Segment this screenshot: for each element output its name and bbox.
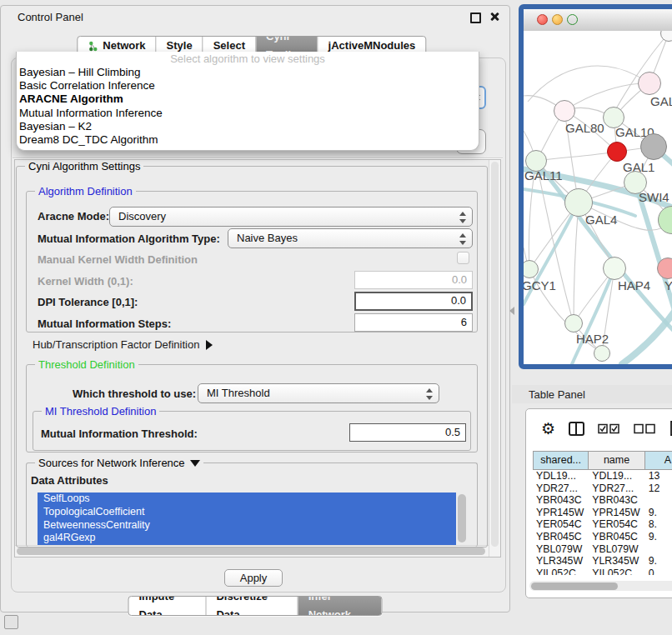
attribute-item-gal4rgexp[interactable]: gal4RGexp — [38, 532, 456, 545]
table-cell: YBR043C — [589, 494, 644, 507]
collapse-arrow-icon[interactable] — [190, 460, 200, 467]
table-cell: YLR345W — [533, 555, 589, 568]
table-horizontal-scrollbar[interactable] — [529, 581, 672, 591]
deselect-all-columns-icon[interactable] — [634, 423, 656, 434]
table-cell: YDR27... — [533, 482, 589, 495]
node-gal80[interactable] — [554, 100, 575, 122]
dpi-tolerance-label: DPI Tolerance [0,1]: — [38, 296, 138, 308]
node-gray[interactable] — [640, 133, 667, 160]
node-gcy1[interactable] — [524, 260, 539, 278]
split-columns-icon[interactable] — [569, 422, 584, 436]
table-cell: YDL19... — [533, 470, 589, 482]
dropdown-item-bayesian-hill-climbing[interactable]: Bayesian – Hill Climbing — [17, 66, 479, 79]
node-gal-pink[interactable] — [638, 72, 661, 95]
mi-steps-field[interactable]: 6 — [354, 313, 473, 332]
which-threshold-select[interactable]: MI Threshold — [198, 383, 439, 403]
aracne-mode-value: Discovery — [118, 210, 166, 222]
hub-definition-section[interactable]: Hub/Transcription Factor Definition — [33, 338, 213, 351]
node-top[interactable] — [660, 31, 672, 42]
table-cell: YLR345W — [589, 555, 644, 568]
gear-icon[interactable]: ⚙ — [541, 421, 555, 437]
table-row[interactable]: YIL052CYIL052C0. — [533, 568, 672, 575]
bottom-tabs: Impute DataDiscretize DataInfer Network — [128, 596, 383, 616]
network-window-titlebar[interactable] — [524, 9, 672, 32]
manual-kernel-label: Manual Kernel Width Definition — [38, 253, 198, 266]
vertical-scrollbar[interactable] — [489, 160, 500, 557]
spinner-arrows-icon — [459, 232, 465, 246]
select-all-columns-icon[interactable] — [598, 423, 620, 434]
dropdown-item-bayesian-k2[interactable]: Bayesian – K2 — [17, 120, 479, 133]
attribute-item-selfloops[interactable]: SelfLoops — [38, 492, 456, 506]
aracne-mode-label: Aracne Mode: — [38, 210, 109, 222]
node-gal4-label: GAL4 — [585, 212, 617, 227]
tab-impute-data[interactable]: Impute Data — [129, 597, 206, 615]
dpi-tolerance-field[interactable]: 0.0 — [354, 292, 473, 311]
which-threshold-label: Which threshold to use: — [73, 388, 196, 400]
dropdown-prompt: Select algorithm to view settings — [17, 52, 479, 66]
node-gcy1-label: GCY1 — [524, 278, 556, 292]
table-rows: YDL19...YDL19...13YDR27...YDR27...12YBR0… — [533, 470, 672, 575]
mi-steps-label: Mutual Information Steps: — [38, 318, 171, 330]
node-green-right[interactable] — [658, 206, 672, 234]
expand-arrow-icon[interactable] — [206, 340, 213, 350]
kernel-width-label: Kernel Width (0,1): — [38, 275, 133, 288]
mi-threshold-field[interactable]: 0.5 — [349, 423, 466, 442]
manual-kernel-checkbox[interactable] — [457, 252, 469, 264]
threshold-definition-title: Threshold Definition — [35, 358, 138, 371]
spinner-arrows-icon — [459, 211, 465, 224]
table-row[interactable]: YBR045CYBR045C9. — [533, 531, 672, 543]
dropdown-item-dream8-dc-tdc-algorithm[interactable]: Dream8 DC_TDC Algorithm — [17, 133, 479, 147]
table-cell: YPR145W — [533, 507, 589, 519]
node-gal1[interactable] — [607, 142, 627, 162]
table-row[interactable]: YDR27...YDR27...12 — [533, 482, 672, 495]
attribute-item-betweennesscentrality[interactable]: BetweennessCentrality — [38, 519, 456, 532]
table-cell: YBL079W — [533, 543, 589, 556]
column-header-name[interactable]: name — [589, 451, 644, 470]
node-hap2[interactable] — [564, 314, 583, 332]
minimize-window-icon[interactable] — [552, 14, 563, 25]
float-window-icon[interactable] — [470, 12, 481, 23]
attributes-list-scrollbar[interactable] — [458, 494, 466, 542]
network-icon — [88, 41, 98, 52]
sources-group-label: Sources for Network Inference — [38, 457, 185, 469]
node-salmon[interactable] — [657, 258, 672, 279]
table-cell: 8. — [645, 518, 672, 531]
control-panel-window: Control Panel NetworkStyleSelectCyni Too… — [0, 5, 510, 612]
node-bottom[interactable] — [594, 345, 610, 362]
table-row[interactable]: YER054CYER054C8. — [533, 518, 672, 531]
dropdown-item-basic-correlation-inference[interactable]: Basic Correlation Inference — [17, 79, 479, 92]
mi-algorithm-type-label: Mutual Information Algorithm Type: — [38, 232, 220, 245]
table-row[interactable]: YDL19...YDL19...13 — [533, 470, 672, 482]
table-cell: YIL052C — [589, 568, 644, 575]
aracne-mode-select[interactable]: Discovery — [109, 207, 473, 227]
tab-label: Infer Network — [308, 596, 372, 616]
column-header-a[interactable]: A — [645, 451, 672, 470]
table-cell: 12 — [645, 482, 672, 495]
node-swi4-label: SWI4 — [639, 190, 669, 204]
column-header-shared-[interactable]: shared... — [533, 451, 589, 470]
dock-corner-button[interactable] — [4, 615, 18, 629]
table-row[interactable]: YBR043CYBR043C — [533, 494, 672, 507]
tab-discretize-data[interactable]: Discretize Data — [205, 597, 297, 615]
attribute-item-topologicalcoefficient[interactable]: TopologicalCoefficient — [38, 506, 456, 519]
cyni-settings-title: Cyni Algorithm Settings — [25, 160, 143, 172]
apply-button[interactable]: Apply — [224, 569, 283, 587]
mi-algorithm-type-select[interactable]: Naive Bayes — [228, 228, 473, 248]
control-panel-titlebar: Control Panel — [1, 6, 509, 28]
data-attributes-list[interactable]: SelfLoopsTopologicalCoefficientBetweenne… — [38, 492, 456, 546]
splitter-handle[interactable] — [509, 307, 514, 315]
dropdown-item-mutual-information-inference[interactable]: Mutual Information Inference — [17, 107, 479, 120]
close-window-icon[interactable] — [537, 14, 548, 25]
close-panel-icon[interactable] — [489, 12, 499, 22]
table-row[interactable]: YBL079WYBL079W — [533, 543, 672, 556]
table-cell: YBR045C — [533, 531, 589, 543]
table-row[interactable]: YPR145WYPR145W9. — [533, 507, 672, 519]
network-canvas[interactable]: GALGAL80GAL10GAL1GAL11SWI4GAL4GCY1HAP4YH… — [524, 31, 672, 364]
tab-infer-network[interactable]: Infer Network — [298, 597, 382, 615]
node-hap4[interactable] — [603, 257, 626, 280]
table-row[interactable]: YLR345WYLR345W9. — [533, 555, 672, 568]
kernel-width-field[interactable]: 0.0 — [354, 271, 473, 289]
dropdown-item-aracne-algorithm[interactable]: ARACNE Algorithm — [17, 92, 479, 106]
zoom-window-icon[interactable] — [567, 14, 578, 25]
table-cell: YBL079W — [589, 543, 644, 556]
